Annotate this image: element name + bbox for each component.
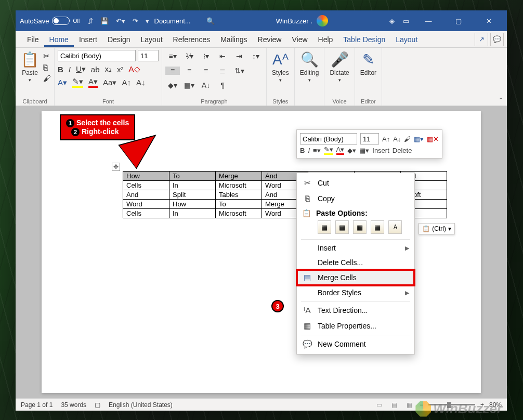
font-size-select[interactable] xyxy=(138,50,159,61)
menu-copy[interactable]: ⎘ Copy xyxy=(297,191,414,206)
table-cell[interactable]: Merge xyxy=(216,172,262,181)
table-cell[interactable]: And xyxy=(123,190,169,200)
tab-home[interactable]: Home xyxy=(44,32,74,47)
align-center-button[interactable]: ≡ xyxy=(182,67,197,75)
insert-table-button[interactable]: ▦▾ xyxy=(414,135,424,143)
tab-references[interactable]: References xyxy=(168,32,216,47)
align-left-button[interactable]: ≡ xyxy=(165,67,180,75)
text-effects-button[interactable]: A▾ xyxy=(58,78,67,87)
proofing-icon[interactable]: ▢ xyxy=(95,401,100,409)
page[interactable]: 1Select the cells 2Right-click ✥ How To … xyxy=(42,111,481,393)
save-icon[interactable]: 💾 xyxy=(100,17,109,25)
grow-font-button[interactable]: A↑ xyxy=(122,78,131,87)
menu-new-comment[interactable]: 💬 New Comment xyxy=(297,336,414,352)
toggle-off-icon[interactable] xyxy=(52,17,70,25)
shrink-font-icon[interactable]: A↓ xyxy=(393,135,401,143)
app-mode-icon[interactable]: ▭ xyxy=(403,17,409,25)
numbering-button[interactable]: ⅟▾ xyxy=(182,52,197,60)
increase-indent-button[interactable]: ⇥ xyxy=(232,52,246,60)
table-cell[interactable]: In xyxy=(169,209,216,218)
table-move-handle-icon[interactable]: ✥ xyxy=(112,163,120,171)
menu-merge-cells[interactable]: ▤ Merge Cells xyxy=(297,270,414,285)
table-cell[interactable]: Split xyxy=(169,190,216,200)
word-count[interactable]: 35 words xyxy=(61,401,86,409)
page-count[interactable]: Page 1 of 1 xyxy=(21,401,53,409)
comments-button[interactable]: 💬 xyxy=(490,33,504,46)
table-cell[interactable]: Microsoft xyxy=(216,181,262,190)
format-painter-icon[interactable]: 🖌 xyxy=(43,74,51,83)
menu-delete-cells[interactable]: Delete Cells... xyxy=(297,255,414,270)
tab-design[interactable]: Design xyxy=(102,32,136,47)
tab-help[interactable]: Help xyxy=(313,32,338,47)
font-color-button[interactable]: A▾ xyxy=(336,146,345,155)
search-icon[interactable]: 🔍 xyxy=(206,17,215,25)
font-color-button[interactable]: A▾ xyxy=(88,77,98,88)
tab-insert[interactable]: Insert xyxy=(74,32,102,47)
minimize-button[interactable]: — xyxy=(417,13,439,29)
change-case-button[interactable]: Aa▾ xyxy=(103,78,116,87)
table-cell[interactable]: Cells xyxy=(123,181,169,190)
table-cell[interactable]: Tables xyxy=(216,190,262,200)
tab-file[interactable]: File xyxy=(22,32,44,47)
table-cell[interactable]: How xyxy=(169,200,216,209)
table-cell[interactable]: Microsoft xyxy=(216,209,262,218)
menu-table-properties[interactable]: ▦ Table Properties... xyxy=(297,318,414,334)
tab-table-design[interactable]: Table Design xyxy=(338,32,390,47)
paste-overwrite-icon[interactable]: ▦ xyxy=(371,220,384,234)
italic-button[interactable]: I xyxy=(69,65,71,74)
highlight-button[interactable]: ✎▾ xyxy=(324,146,333,155)
menu-text-direction[interactable]: ⁱA Text Direction... xyxy=(297,303,414,318)
web-layout-icon[interactable]: ▦ xyxy=(404,400,414,410)
mini-delete-label[interactable]: Delete xyxy=(393,147,412,154)
strikethrough-button[interactable]: ab xyxy=(91,65,100,74)
menu-border-styles[interactable]: Border Styles ▶ xyxy=(297,285,414,300)
sort-button[interactable]: A↓ xyxy=(199,81,213,89)
tab-review[interactable]: Review xyxy=(253,32,287,47)
paste-insert-cells-icon[interactable]: ▦ xyxy=(353,220,367,234)
dictate-button[interactable]: 🎤 Dictate ▾ xyxy=(328,50,351,84)
redo-icon[interactable]: ↷ xyxy=(133,17,138,25)
highlight-button[interactable]: ✎▾ xyxy=(72,77,83,88)
borders-button[interactable]: ▦▾ xyxy=(182,81,197,89)
mini-size-select[interactable] xyxy=(360,133,379,145)
decrease-indent-button[interactable]: ⇤ xyxy=(215,52,230,60)
print-layout-icon[interactable]: ▤ xyxy=(389,400,399,410)
multilevel-button[interactable]: ⁝▾ xyxy=(199,52,213,60)
menu-insert[interactable]: Insert ▶ xyxy=(297,241,414,255)
mini-insert-label[interactable]: Insert xyxy=(372,147,389,154)
tab-layout[interactable]: Layout xyxy=(136,32,168,47)
cut-icon[interactable]: ✂ xyxy=(43,51,51,61)
superscript-button[interactable]: x² xyxy=(117,65,124,74)
menu-cut[interactable]: ✂ Cut xyxy=(297,175,414,191)
qat-dropdown-icon[interactable]: ▾ xyxy=(146,17,149,25)
sync-icon[interactable]: ⇵ xyxy=(87,17,93,25)
undo-icon[interactable]: ↶▾ xyxy=(116,17,125,25)
spacing-button[interactable]: ⇅▾ xyxy=(232,67,246,75)
paste-options-smart-tag[interactable]: 📋 (Ctrl) ▾ xyxy=(419,223,455,234)
subscript-button[interactable]: x₂ xyxy=(105,64,112,74)
grow-font-icon[interactable]: A↑ xyxy=(382,135,390,143)
paste-merge-table-icon[interactable]: ▦ xyxy=(335,220,349,234)
shading-button[interactable]: ◆▾ xyxy=(165,81,180,89)
mini-font-select[interactable] xyxy=(300,133,357,145)
bullets-button[interactable]: ≡▾ xyxy=(165,52,180,60)
diamond-icon[interactable]: ◈ xyxy=(389,17,395,25)
clear-format-button[interactable]: A◇ xyxy=(129,64,140,74)
bold-button[interactable]: B xyxy=(58,65,63,74)
borders-button[interactable]: ▦▾ xyxy=(359,147,369,154)
show-marks-button[interactable]: ¶ xyxy=(215,81,230,89)
tab-mailings[interactable]: Mailings xyxy=(215,32,252,47)
delete-table-button[interactable]: ▦✕ xyxy=(427,135,439,143)
bold-button[interactable]: B xyxy=(300,147,305,154)
maximize-button[interactable]: ▢ xyxy=(448,13,469,29)
account-icon[interactable] xyxy=(317,15,328,27)
format-painter-icon[interactable]: 🖌 xyxy=(404,135,411,143)
paste-nest-table-icon[interactable]: ▦ xyxy=(318,220,331,234)
editor-button[interactable]: ✎ Editor xyxy=(358,50,378,77)
paste-text-only-icon[interactable]: Ａ xyxy=(388,220,402,234)
align-right-button[interactable]: ≡ xyxy=(199,67,213,75)
focus-view-icon[interactable]: ▭ xyxy=(374,400,384,410)
close-button[interactable]: ✕ xyxy=(478,13,500,29)
shading-button[interactable]: ◆▾ xyxy=(347,147,356,154)
font-name-select[interactable] xyxy=(58,50,136,61)
